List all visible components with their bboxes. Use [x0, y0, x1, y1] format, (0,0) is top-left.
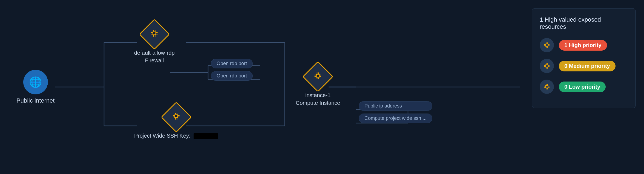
- svg-rect-74: [544, 87, 545, 88]
- ssh-key-label: Project Wide SSH Key:: [134, 132, 218, 140]
- right-panel: 1 High valued exposed resources 1 High p…: [532, 8, 636, 108]
- svg-rect-49: [546, 42, 547, 44]
- svg-rect-66: [548, 66, 549, 67]
- svg-rect-75: [548, 86, 549, 86]
- svg-rect-44: [315, 76, 316, 77]
- svg-rect-63: [544, 65, 545, 66]
- svg-rect-50: [547, 42, 548, 44]
- compute-instance-node: instance-1 Compute Instance: [296, 66, 340, 107]
- ssh-key-diamond: [161, 102, 192, 132]
- svg-rect-25: [156, 32, 158, 33]
- firewall-label: default-allow-rdp Firewall: [134, 49, 175, 64]
- high-priority-badge: 1 High priority: [559, 40, 607, 51]
- compute-label: instance-1 Compute Instance: [296, 91, 340, 107]
- svg-rect-55: [548, 44, 549, 45]
- public-internet-label: Public internet: [16, 97, 54, 104]
- svg-rect-47: [317, 75, 319, 77]
- svg-rect-45: [320, 75, 321, 76]
- svg-rect-24: [151, 34, 153, 34]
- svg-rect-33: [173, 115, 174, 116]
- svg-rect-60: [547, 63, 548, 64]
- compute-badge-1: Public ip address: [359, 101, 432, 111]
- ssh-key-node: Project Wide SSH Key:: [134, 106, 218, 140]
- svg-rect-39: [317, 72, 318, 74]
- medium-priority-row: 0 Medium priority: [540, 59, 628, 73]
- svg-rect-22: [155, 35, 156, 36]
- svg-rect-57: [546, 44, 548, 46]
- svg-rect-36: [178, 117, 179, 117]
- svg-rect-72: [547, 88, 548, 89]
- compute-badge-2: Compute project wide ssh ...: [359, 114, 432, 123]
- svg-rect-69: [546, 84, 547, 85]
- svg-rect-76: [548, 87, 549, 88]
- public-internet-node: 🌐 Public internet: [16, 70, 54, 104]
- svg-rect-46: [320, 76, 321, 77]
- firewall-chip-icon: [150, 29, 159, 40]
- svg-rect-73: [544, 86, 545, 86]
- low-priority-badge: 0 Low priority: [559, 82, 606, 92]
- compute-badges: Public ip address Compute project wide s…: [359, 101, 432, 123]
- svg-rect-20: [155, 30, 156, 31]
- ssh-chip-icon: [172, 112, 181, 123]
- svg-rect-51: [546, 47, 547, 48]
- compute-diamond: [303, 61, 334, 92]
- globe-icon: 🌐: [29, 76, 42, 88]
- svg-rect-40: [318, 72, 319, 74]
- svg-rect-37: [175, 115, 177, 117]
- svg-rect-26: [156, 34, 158, 34]
- svg-rect-64: [544, 66, 545, 67]
- firewall-badges: Open rdp port Open rdp port: [211, 59, 253, 81]
- medium-priority-icon: [540, 59, 554, 73]
- svg-rect-52: [547, 47, 548, 48]
- svg-rect-31: [175, 118, 176, 119]
- main-container: 🌐 Public internet: [0, 0, 644, 174]
- svg-rect-43: [315, 75, 316, 76]
- svg-rect-65: [548, 65, 549, 66]
- svg-rect-42: [318, 77, 319, 79]
- svg-rect-61: [546, 67, 547, 68]
- svg-rect-30: [177, 113, 177, 114]
- svg-rect-71: [546, 88, 547, 89]
- high-priority-row: 1 High priority: [540, 38, 628, 52]
- svg-rect-59: [546, 63, 547, 64]
- svg-rect-54: [544, 45, 545, 46]
- svg-rect-56: [548, 45, 549, 46]
- svg-rect-27: [153, 32, 156, 34]
- svg-rect-32: [177, 118, 177, 119]
- svg-rect-53: [544, 44, 545, 45]
- svg-rect-35: [178, 115, 179, 116]
- svg-rect-77: [546, 86, 548, 88]
- medium-priority-badge: 0 Medium priority: [559, 61, 616, 71]
- svg-rect-41: [317, 77, 318, 79]
- ssh-key-redacted: [194, 133, 218, 139]
- svg-rect-62: [547, 67, 548, 68]
- firewall-node: default-allow-rdp Firewall: [134, 23, 175, 64]
- svg-rect-29: [175, 113, 176, 114]
- svg-rect-34: [173, 117, 174, 117]
- svg-rect-19: [153, 30, 154, 31]
- svg-rect-23: [151, 32, 153, 33]
- low-priority-row: 0 Low priority: [540, 80, 628, 94]
- low-priority-icon: [540, 80, 554, 94]
- svg-rect-70: [547, 84, 548, 85]
- compute-chip-icon: [314, 71, 322, 82]
- globe-icon-circle: 🌐: [23, 70, 48, 94]
- firewall-badge-2: Open rdp port: [211, 71, 253, 81]
- firewall-diamond: [139, 19, 170, 50]
- panel-title: 1 High valued exposed resources: [540, 16, 628, 30]
- firewall-badge-1: Open rdp port: [211, 59, 253, 68]
- svg-rect-21: [153, 35, 154, 36]
- svg-rect-67: [546, 65, 548, 67]
- high-priority-icon: [540, 38, 554, 52]
